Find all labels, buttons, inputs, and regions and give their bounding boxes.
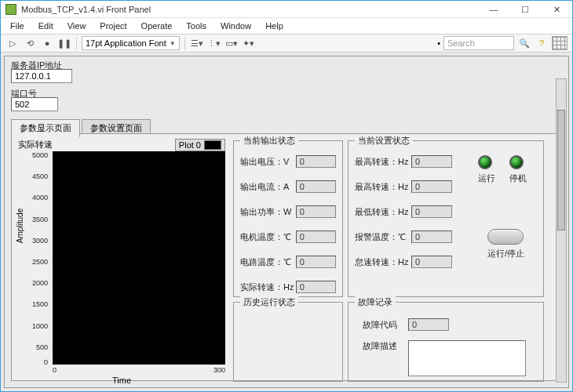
titlebar: Modbus_TCP_v1.4.vi Front Panel — ☐ ✕: [1, 1, 572, 18]
led-run: [478, 155, 492, 169]
menu-file[interactable]: File: [4, 20, 31, 32]
fault-desc-input[interactable]: [408, 340, 526, 376]
plot-container: 实际转速 Plot 0 5000 4500 4000 3500 3000 250…: [16, 139, 227, 383]
menu-view[interactable]: View: [61, 20, 93, 32]
motor-temp-value: 0: [296, 230, 336, 243]
max-speed2-value: 0: [411, 180, 452, 193]
circuit-temp-value: 0: [296, 256, 336, 268]
distribute-icon[interactable]: ⋮▾: [207, 36, 221, 50]
x-axis-label: Time: [112, 376, 131, 385]
fault-code-value: 0: [408, 318, 449, 331]
plot-area[interactable]: [53, 151, 225, 365]
power-label: 输出功率：W: [240, 206, 296, 218]
menu-window[interactable]: Window: [214, 20, 257, 32]
idle-speed-label: 怠速转速：Hz: [355, 256, 411, 268]
font-selector[interactable]: 17pt Application Font ▼: [82, 36, 180, 50]
plot-legend[interactable]: Plot 0: [175, 139, 225, 151]
circuit-temp-label: 电路温度：℃: [240, 256, 296, 268]
align-icon[interactable]: ☰▾: [190, 36, 204, 50]
y-axis: 5000 4500 4000 3500 3000 2500 2000 1500 …: [16, 151, 49, 365]
fault-desc-label: 故障描述: [363, 340, 408, 352]
vertical-scrollbar[interactable]: [556, 78, 567, 383]
reorder-icon[interactable]: ✦▾: [242, 36, 256, 50]
settings-status-title: 当前设置状态: [355, 135, 413, 147]
group-fault: 故障记录 故障代码0 故障描述: [348, 302, 544, 382]
abort-icon[interactable]: ●: [40, 36, 54, 50]
min-speed-label: 最低转速：Hz: [355, 206, 411, 218]
group-settings-status: 当前设置状态 最高转速：Hz0 最高转速：Hz0 最低转速：Hz0 报警温度：℃…: [348, 140, 544, 297]
fault-title: 故障记录: [355, 296, 396, 308]
search-placeholder: Search: [447, 38, 475, 48]
ip-input[interactable]: [11, 69, 72, 83]
front-panel-canvas: 服务器IP地址 端口号 参数显示页面 参数设置页面 实际转速 Plot 0 50…: [4, 56, 569, 388]
menu-help[interactable]: Help: [259, 20, 290, 32]
y-axis-label: Amplitude: [16, 209, 24, 243]
legend-label: Plot 0: [179, 140, 201, 150]
menu-project[interactable]: Project: [93, 20, 133, 32]
idle-speed-value: 0: [411, 256, 452, 268]
menu-edit[interactable]: Edit: [32, 20, 60, 32]
led-run-label: 运行: [478, 172, 495, 184]
output-status-title: 当前输出状态: [240, 135, 298, 147]
font-name: 17pt Application Font: [86, 38, 166, 48]
help-icon[interactable]: ?: [535, 36, 549, 50]
tab-display[interactable]: 参数显示页面: [11, 119, 80, 137]
led-stop: [509, 155, 524, 169]
max-speed-value: 0: [411, 155, 452, 168]
group-history: 历史运行状态: [233, 302, 343, 382]
run-stop-button[interactable]: [487, 229, 524, 245]
labview-icon: [5, 4, 16, 15]
workspace: 服务器IP地址 端口号 参数显示页面 参数设置页面 实际转速 Plot 0 50…: [1, 53, 572, 391]
run-continuous-icon[interactable]: ⟲: [23, 36, 37, 50]
maximize-button[interactable]: ☐: [509, 1, 541, 18]
current-label: 输出电流：A: [240, 181, 296, 193]
alarm-temp-label: 报警温度：℃: [355, 231, 411, 243]
max-speed-label: 最高转速：Hz: [355, 156, 411, 168]
x-axis: 0 300: [53, 366, 225, 376]
power-value: 0: [296, 205, 336, 218]
legend-swatch: [204, 140, 221, 150]
group-output-status: 当前输出状态 输出电压：V0 输出电流：A0 输出功率：W0 电机温度：℃0 电…: [233, 140, 343, 297]
menu-operate[interactable]: Operate: [135, 20, 179, 32]
minimize-button[interactable]: —: [478, 1, 509, 18]
connector-pane-icon[interactable]: [552, 36, 568, 50]
led-stop-label: 停机: [509, 172, 527, 184]
tab-body: 实际转速 Plot 0 5000 4500 4000 3500 3000 250…: [11, 133, 562, 381]
port-input[interactable]: [11, 97, 58, 111]
motor-temp-label: 电机温度：℃: [240, 231, 296, 243]
chevron-down-icon: ▼: [170, 40, 176, 47]
run-stop-label: 运行/停止: [487, 248, 524, 260]
min-speed-value: 0: [411, 205, 452, 218]
menubar: File Edit View Project Operate Tools Win…: [1, 18, 572, 34]
run-icon[interactable]: ▷: [5, 36, 20, 50]
plot-title: 实际转速: [18, 139, 53, 151]
history-title: 历史运行状态: [240, 296, 298, 308]
actual-speed-value: 0: [296, 281, 336, 293]
close-button[interactable]: ✕: [541, 1, 572, 18]
fault-code-label: 故障代码: [363, 319, 408, 331]
search-input[interactable]: Search: [443, 36, 514, 50]
app-window: Modbus_TCP_v1.4.vi Front Panel — ☐ ✕ Fil…: [0, 0, 573, 392]
window-title: Modbus_TCP_v1.4.vi Front Panel: [21, 5, 151, 14]
current-value: 0: [296, 180, 336, 193]
menu-tools[interactable]: Tools: [180, 20, 213, 32]
actual-speed-label: 实际转速：Hz: [240, 281, 296, 293]
max-speed2-label: 最高转速：Hz: [355, 181, 411, 193]
voltage-label: 输出电压：V: [240, 156, 296, 168]
resize-icon[interactable]: ▭▾: [224, 36, 239, 50]
pause-icon[interactable]: ❚❚: [57, 36, 71, 50]
alarm-temp-value: 0: [411, 230, 452, 243]
search-icon[interactable]: 🔍: [517, 36, 531, 50]
toolbar: ▷ ⟲ ● ❚❚ 17pt Application Font ▼ ☰▾ ⋮▾ ▭…: [1, 34, 572, 53]
search-bullet: •: [437, 38, 440, 48]
scrollbar-thumb[interactable]: [557, 110, 565, 230]
voltage-value: 0: [296, 155, 336, 168]
